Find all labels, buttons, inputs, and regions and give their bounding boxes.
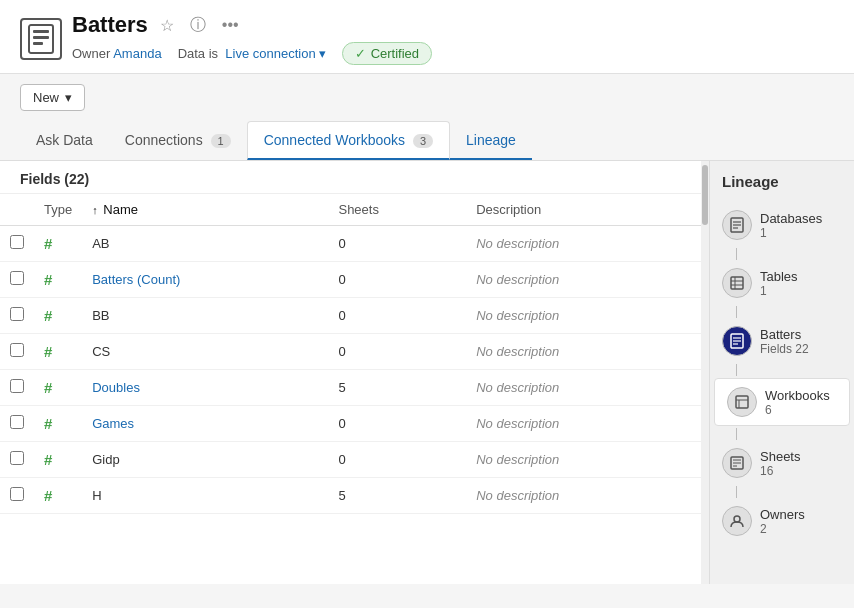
live-connection-button[interactable]: Live connection ▾ [225, 46, 325, 61]
lineage-item-databases[interactable]: Databases 1 [710, 202, 854, 248]
lineage-item-batters[interactable]: Batters Fields 22 [710, 318, 854, 364]
row-checkbox-cell[interactable] [0, 334, 34, 370]
hash-icon: # [44, 235, 52, 252]
svg-rect-1 [33, 30, 49, 33]
new-button[interactable]: New ▾ [20, 84, 85, 111]
row-checkbox[interactable] [10, 307, 24, 321]
field-name-link[interactable]: Games [92, 416, 134, 431]
col-type[interactable]: Type [34, 194, 82, 226]
col-description[interactable]: Description [466, 194, 701, 226]
table-row: # Gidp 0 No description [0, 442, 701, 478]
row-sheets-cell: 5 [328, 370, 466, 406]
row-name-cell[interactable]: Gidp [82, 442, 328, 478]
row-checkbox[interactable] [10, 415, 24, 429]
hash-icon: # [44, 415, 52, 432]
lineage-item-name: Sheets [760, 449, 800, 464]
lineage-icon-tables [722, 268, 752, 298]
row-checkbox[interactable] [10, 271, 24, 285]
row-checkbox[interactable] [10, 343, 24, 357]
hash-icon: # [44, 343, 52, 360]
row-name-cell[interactable]: CS [82, 334, 328, 370]
description-text: No description [476, 308, 559, 323]
lineage-item-owners[interactable]: Owners 2 [710, 498, 854, 544]
table-row: # CS 0 No description [0, 334, 701, 370]
svg-point-23 [734, 516, 740, 522]
lineage-item-sheets[interactable]: Sheets 16 [710, 440, 854, 486]
description-text: No description [476, 236, 559, 251]
row-type-cell: # [34, 370, 82, 406]
lineage-item-count: 1 [760, 226, 822, 240]
field-name: CS [92, 344, 110, 359]
description-text: No description [476, 380, 559, 395]
connector-line [736, 306, 737, 318]
hash-icon: # [44, 451, 52, 468]
lineage-item-count: 1 [760, 284, 798, 298]
table-row: # Doubles 5 No description [0, 370, 701, 406]
tabs-bar: Ask Data Connections 1 Connected Workboo… [0, 121, 854, 161]
lineage-title: Lineage [710, 173, 854, 202]
sort-arrow-icon: ↑ [92, 204, 98, 216]
lineage-item-tables[interactable]: Tables 1 [710, 260, 854, 306]
description-text: No description [476, 488, 559, 503]
lineage-label-owners: Owners 2 [760, 507, 805, 536]
row-checkbox-cell[interactable] [0, 478, 34, 514]
star-button[interactable]: ☆ [156, 14, 178, 37]
row-name-cell[interactable]: BB [82, 298, 328, 334]
tab-ask-data[interactable]: Ask Data [20, 122, 109, 160]
page-title: Batters [72, 12, 148, 38]
tab-connected-workbooks[interactable]: Connected Workbooks 3 [247, 121, 450, 160]
lineage-item-workbooks[interactable]: Workbooks 6 [714, 378, 850, 426]
row-checkbox[interactable] [10, 379, 24, 393]
scrollbar[interactable] [701, 161, 709, 584]
row-checkbox-cell[interactable] [0, 406, 34, 442]
row-checkbox[interactable] [10, 451, 24, 465]
dropdown-arrow-icon: ▾ [319, 46, 326, 61]
row-name-cell[interactable]: AB [82, 226, 328, 262]
row-checkbox[interactable] [10, 235, 24, 249]
field-name-link[interactable]: Doubles [92, 380, 140, 395]
col-sheets[interactable]: Sheets [328, 194, 466, 226]
row-checkbox-cell[interactable] [0, 298, 34, 334]
info-button[interactable]: ⓘ [186, 13, 210, 38]
hash-icon: # [44, 271, 52, 288]
col-name[interactable]: ↑ Name [82, 194, 328, 226]
row-type-cell: # [34, 406, 82, 442]
lineage-panel: Lineage Databases 1 Tables 1 Batters Fie… [709, 161, 854, 584]
fields-table[interactable]: Type ↑ Name Sheets Description # AB [0, 194, 701, 584]
lineage-item-count: 2 [760, 522, 805, 536]
row-checkbox-cell[interactable] [0, 370, 34, 406]
row-sheets-cell: 0 [328, 442, 466, 478]
hash-icon: # [44, 307, 52, 324]
description-text: No description [476, 272, 559, 287]
top-bar: Batters ☆ ⓘ ••• Owner Amanda Data is Liv… [0, 0, 854, 74]
tab-connections[interactable]: Connections 1 [109, 122, 247, 160]
title-row: Batters ☆ ⓘ ••• [72, 12, 834, 38]
row-desc-cell: No description [466, 298, 701, 334]
row-checkbox-cell[interactable] [0, 262, 34, 298]
tab-lineage[interactable]: Lineage [450, 122, 532, 160]
row-name-cell[interactable]: Doubles [82, 370, 328, 406]
row-checkbox[interactable] [10, 487, 24, 501]
lineage-item-name: Owners [760, 507, 805, 522]
toolbar: New ▾ [0, 74, 854, 121]
table-header-row: Type ↑ Name Sheets Description [0, 194, 701, 226]
scrollbar-thumb[interactable] [702, 165, 708, 225]
row-name-cell[interactable]: H [82, 478, 328, 514]
field-name-link[interactable]: Batters (Count) [92, 272, 180, 287]
connector-line [736, 428, 737, 440]
lineage-item-count: 6 [765, 403, 830, 417]
sheets-count: 0 [338, 452, 345, 467]
row-sheets-cell: 5 [328, 478, 466, 514]
lineage-icon-owners [722, 506, 752, 536]
fields-header: Fields (22) [0, 161, 701, 194]
row-name-cell[interactable]: Batters (Count) [82, 262, 328, 298]
more-button[interactable]: ••• [218, 14, 243, 36]
row-desc-cell: No description [466, 262, 701, 298]
col-checkbox [0, 194, 34, 226]
row-name-cell[interactable]: Games [82, 406, 328, 442]
row-checkbox-cell[interactable] [0, 226, 34, 262]
row-type-cell: # [34, 334, 82, 370]
row-checkbox-cell[interactable] [0, 442, 34, 478]
field-name: Gidp [92, 452, 119, 467]
row-sheets-cell: 0 [328, 406, 466, 442]
